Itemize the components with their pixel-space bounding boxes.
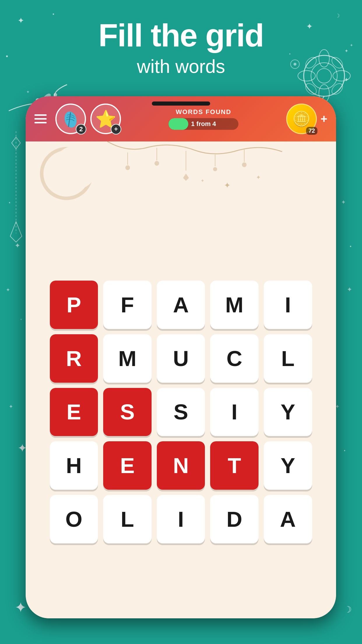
cell-4-1[interactable]: L <box>103 495 152 543</box>
svg-text:•: • <box>344 448 345 453</box>
cell-4-3[interactable]: D <box>210 495 259 543</box>
svg-text:✦: ✦ <box>15 242 20 249</box>
menu-line-1 <box>34 114 47 116</box>
svg-text:✦: ✦ <box>347 286 352 293</box>
progress-fill <box>168 118 188 130</box>
cell-1-0[interactable]: R <box>50 334 98 383</box>
cell-4-0[interactable]: O <box>50 495 98 543</box>
menu-line-2 <box>34 118 47 120</box>
svg-text:•: • <box>350 244 352 249</box>
cell-1-2[interactable]: U <box>157 334 205 383</box>
cell-2-1[interactable]: S <box>103 388 152 436</box>
svg-point-51 <box>125 165 130 170</box>
cell-3-1[interactable]: E <box>103 441 152 490</box>
cell-4-2[interactable]: I <box>157 495 205 543</box>
cell-2-3[interactable]: I <box>210 388 259 436</box>
svg-point-49 <box>53 146 97 190</box>
progress-bar: 1 from 4 <box>168 118 238 130</box>
phone-notch <box>152 102 210 106</box>
words-found-section: WORDS FOUND 1 from 4 <box>127 108 280 130</box>
svg-text:•: • <box>9 200 10 205</box>
star-count: + <box>111 124 121 134</box>
svg-point-53 <box>154 161 159 166</box>
svg-text:✦: ✦ <box>9 404 13 410</box>
svg-text:✦: ✦ <box>201 178 204 183</box>
cell-1-3[interactable]: C <box>210 334 259 383</box>
main-title: Fill the grid <box>0 18 362 53</box>
cell-2-0[interactable]: E <box>50 388 98 436</box>
cell-2-4[interactable]: Y <box>264 388 312 436</box>
coin-circle[interactable]: 🪙 72 <box>286 104 317 134</box>
svg-point-57 <box>213 167 217 171</box>
svg-text:✦: ✦ <box>26 90 30 94</box>
svg-text:✦: ✦ <box>256 174 261 181</box>
svg-point-39 <box>330 82 345 97</box>
cell-0-0[interactable]: P <box>50 281 98 329</box>
decorative-area: ✦ ✦ ✦ <box>26 141 336 206</box>
cell-4-4[interactable]: A <box>264 495 312 543</box>
svg-marker-24 <box>10 222 22 242</box>
menu-button[interactable] <box>34 114 47 123</box>
svg-text:•: • <box>52 11 54 17</box>
svg-marker-55 <box>183 174 189 181</box>
cell-2-2[interactable]: S <box>157 388 205 436</box>
sub-title: with words <box>0 56 362 77</box>
cell-3-3[interactable]: T <box>210 441 259 490</box>
cell-3-2[interactable]: N <box>157 441 205 490</box>
cell-3-4[interactable]: Y <box>264 441 312 490</box>
svg-point-59 <box>242 162 247 167</box>
letter-grid: P F A M I R M U C L E S S I Y <box>50 281 312 543</box>
cell-3-0[interactable]: H <box>50 441 98 490</box>
cell-0-3[interactable]: M <box>210 281 259 329</box>
phone-screen: 2 ⭐ + WORDS FOUND 1 from 4 🪙 <box>26 96 336 618</box>
svg-marker-23 <box>12 137 20 149</box>
coin-amount: 72 <box>306 127 317 135</box>
badge-container: 2 ⭐ + <box>55 104 121 134</box>
cell-1-1[interactable]: M <box>103 334 152 383</box>
cell-0-1[interactable]: F <box>103 281 152 329</box>
svg-point-38 <box>304 82 319 97</box>
cell-0-2[interactable]: A <box>157 281 205 329</box>
svg-text:✦: ✦ <box>224 181 231 190</box>
svg-text:☽: ☽ <box>344 605 352 614</box>
svg-text:•: • <box>20 317 22 322</box>
phone: 2 ⭐ + WORDS FOUND 1 from 4 🪙 <box>26 96 336 618</box>
coin-section: 🪙 72 + <box>286 104 327 134</box>
game-area: ✦ ✦ ✦ P F A M I R M U C <box>26 141 336 618</box>
coins-plus-button[interactable]: + <box>321 112 327 125</box>
words-found-label: WORDS FOUND <box>176 108 231 116</box>
star-badge[interactable]: ⭐ + <box>90 104 121 134</box>
progress-text: 1 from 4 <box>191 120 216 128</box>
cell-0-4[interactable]: I <box>264 281 312 329</box>
svg-text:✦: ✦ <box>344 76 349 83</box>
coin-icon: 🪙 <box>292 111 310 127</box>
feather-badge[interactable]: 2 <box>55 104 86 134</box>
cell-1-4[interactable]: L <box>264 334 312 383</box>
svg-text:✦: ✦ <box>15 599 27 616</box>
svg-text:✦: ✦ <box>6 287 10 293</box>
svg-text:✦: ✦ <box>341 199 346 205</box>
grid-area: P F A M I R M U C L E S S I Y <box>26 206 336 618</box>
feather-count: 2 <box>76 124 86 134</box>
menu-line-3 <box>34 122 47 123</box>
